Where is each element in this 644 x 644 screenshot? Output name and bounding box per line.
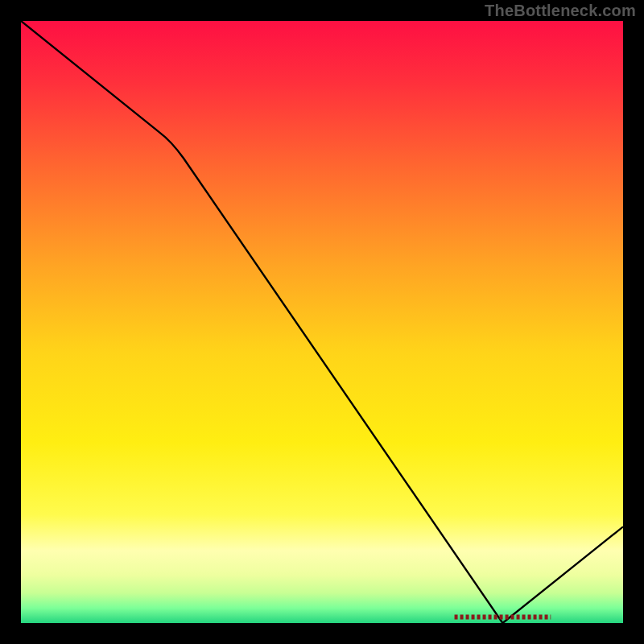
bottleneck-chart (21, 21, 623, 623)
chart-svg (21, 21, 623, 623)
gradient-background (21, 21, 623, 623)
attribution-label: TheBottleneck.com (485, 2, 636, 20)
chart-container: TheBottleneck.com (0, 0, 644, 644)
